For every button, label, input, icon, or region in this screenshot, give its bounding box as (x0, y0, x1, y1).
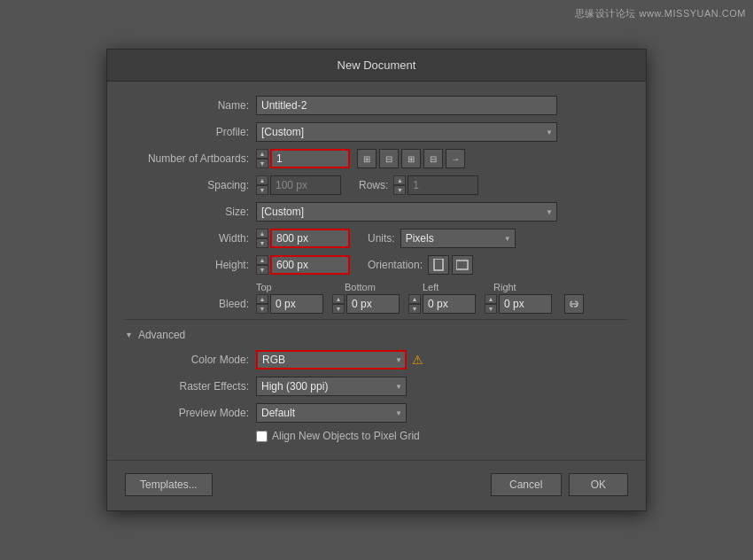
artboards-input[interactable] (270, 149, 350, 168)
bleed-left-input[interactable] (423, 294, 476, 314)
orientation-buttons (428, 255, 473, 275)
width-label: Width: (125, 232, 249, 245)
portrait-btn[interactable] (428, 255, 449, 275)
rows-spin-arrows: ▲ ▼ (393, 175, 406, 195)
color-mode-select-wrapper: RGB CMYK (256, 350, 407, 369)
bleed-left-up[interactable]: ▲ (408, 294, 421, 304)
grid-btn-right[interactable]: → (446, 149, 465, 168)
spacing-spin-up[interactable]: ▲ (256, 175, 268, 185)
spacing-spinner: ▲ ▼ (256, 175, 341, 195)
bleed-bottom-up[interactable]: ▲ (332, 294, 345, 304)
grid-btn-cols[interactable]: ⊟ (379, 149, 399, 168)
bleed-top-down[interactable]: ▼ (256, 304, 268, 314)
artboards-spin-up[interactable]: ▲ (256, 149, 268, 159)
bleed-right-input[interactable] (499, 294, 552, 314)
raster-select-wrapper: High (300 ppi) Medium (150 ppi) Low (72 … (256, 377, 407, 396)
cancel-button[interactable]: Cancel (491, 473, 562, 496)
height-input[interactable] (270, 255, 350, 275)
orientation-label: Orientation: (368, 259, 423, 271)
spacing-spin-down[interactable]: ▼ (256, 185, 268, 195)
units-select-wrapper: Pixels Points Inches (400, 229, 516, 248)
color-mode-row: Color Mode: RGB CMYK ⚠ (125, 350, 628, 369)
bleed-bottom-down[interactable]: ▼ (332, 304, 345, 314)
bleed-right-col-label: Right (493, 282, 564, 292)
preview-select-wrapper: Default Pixel Overprint (256, 403, 407, 423)
name-row: Name: (125, 96, 628, 115)
bleed-bottom-spin: ▲ ▼ (332, 294, 345, 314)
artboards-spin-arrows: ▲ ▼ (256, 149, 268, 168)
width-spinner: ▲ ▼ (256, 229, 350, 248)
bleed-left-down[interactable]: ▼ (408, 304, 421, 314)
artboards-spin-down[interactable]: ▼ (256, 159, 268, 168)
svg-rect-1 (456, 261, 468, 269)
rows-label: Rows: (359, 179, 388, 191)
bleed-bottom-input[interactable] (346, 294, 400, 314)
align-checkbox-label: Align New Objects to Pixel Grid (272, 430, 420, 442)
profile-select[interactable]: [Custom] (256, 122, 557, 142)
height-orientation-row: Height: ▲ ▼ Orientation: (125, 255, 628, 275)
rows-spin-down[interactable]: ▼ (393, 185, 406, 195)
grid-btn-order[interactable]: ⊟ (423, 149, 443, 168)
bleed-right-up[interactable]: ▲ (485, 294, 497, 304)
height-spin-arrows: ▲ ▼ (256, 255, 268, 275)
spacing-spin-arrows: ▲ ▼ (256, 175, 268, 195)
bleed-header-row: Top Bottom Left Right (256, 282, 628, 292)
link-icon (569, 298, 579, 310)
bleed-left-col-label: Left (423, 282, 493, 292)
grid-btn-arrange[interactable]: ⊞ (401, 149, 421, 168)
landscape-icon (456, 260, 469, 270)
color-mode-select[interactable]: RGB CMYK (256, 350, 407, 369)
dialog-body: Name: Profile: [Custom] Number of Artboa… (107, 82, 646, 455)
size-row: Size: [Custom] (125, 202, 628, 222)
preview-mode-row: Preview Mode: Default Pixel Overprint (125, 403, 628, 423)
bleed-top-spin: ▲ ▼ (256, 294, 268, 314)
bleed-top-up[interactable]: ▲ (256, 294, 268, 304)
align-checkbox[interactable] (256, 431, 268, 442)
preview-select[interactable]: Default Pixel Overprint (256, 403, 407, 423)
dialog-overlay: New Document Name: Profile: [Custom] Num… (0, 0, 753, 560)
bleed-bottom-col-label: Bottom (345, 282, 423, 292)
name-label: Name: (125, 99, 249, 112)
bleed-link-btn[interactable] (564, 294, 584, 314)
profile-row: Profile: [Custom] (125, 122, 628, 142)
bleed-label: Bleed: (125, 298, 249, 310)
size-select-wrapper: [Custom] (256, 202, 557, 222)
units-label: Units: (368, 232, 395, 245)
height-spin-down[interactable]: ▼ (256, 265, 268, 275)
bleed-top-col-label: Top (256, 282, 345, 292)
width-spin-down[interactable]: ▼ (256, 238, 268, 248)
name-input[interactable] (256, 96, 557, 115)
bleed-bottom-group: ▲ ▼ (332, 294, 400, 314)
bleed-top-input[interactable] (270, 294, 323, 314)
rows-spin-up[interactable]: ▲ (393, 175, 406, 185)
width-units-row: Width: ▲ ▼ Units: Pixels Points Inches (125, 229, 628, 248)
size-select[interactable]: [Custom] (256, 202, 557, 222)
rows-spinner: ▲ ▼ (393, 175, 478, 195)
templates-button[interactable]: Templates... (125, 473, 213, 496)
units-select[interactable]: Pixels Points Inches (400, 229, 516, 248)
raster-label: Raster Effects: (125, 380, 249, 393)
profile-select-wrapper: [Custom] (256, 122, 557, 142)
spacing-input[interactable] (270, 175, 341, 195)
bleed-right-down[interactable]: ▼ (485, 304, 497, 314)
grid-btn-rows[interactable]: ⊞ (357, 149, 376, 168)
raster-select[interactable]: High (300 ppi) Medium (150 ppi) Low (72 … (256, 377, 407, 396)
profile-label: Profile: (125, 126, 249, 138)
height-label: Height: (125, 259, 249, 271)
width-input[interactable] (270, 229, 350, 248)
rows-input[interactable] (408, 175, 478, 195)
bleed-left-group: ▲ ▼ (408, 294, 476, 314)
artboards-label: Number of Artboards: (125, 152, 249, 165)
height-spin-up[interactable]: ▲ (256, 255, 268, 265)
landscape-btn[interactable] (452, 255, 473, 275)
svg-rect-0 (434, 259, 443, 270)
advanced-toggle[interactable]: ▼ Advanced (125, 325, 628, 345)
size-label: Size: (125, 206, 249, 218)
ok-button[interactable]: OK (569, 473, 628, 496)
width-spin-up[interactable]: ▲ (256, 229, 268, 238)
divider (125, 319, 628, 320)
width-spin-arrows: ▲ ▼ (256, 229, 268, 248)
dialog-title: New Document (107, 50, 646, 82)
spacing-label: Spacing: (125, 179, 249, 191)
align-checkbox-row: Align New Objects to Pixel Grid (256, 430, 628, 442)
